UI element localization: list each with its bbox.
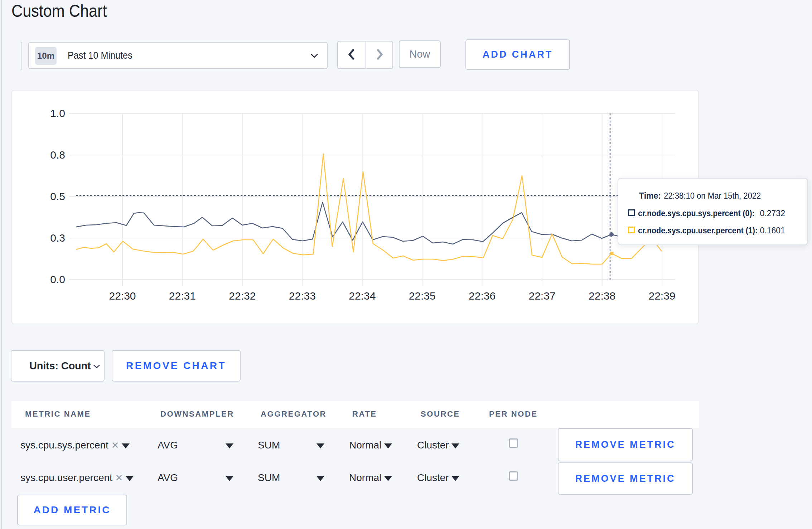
svg-text:22:38: 22:38 bbox=[589, 290, 615, 302]
svg-text:22:35: 22:35 bbox=[409, 290, 436, 302]
svg-text:0.3: 0.3 bbox=[50, 232, 65, 244]
svg-text:22:31: 22:31 bbox=[169, 290, 196, 302]
svg-text:22:33: 22:33 bbox=[289, 290, 316, 302]
svg-text:22:37: 22:37 bbox=[528, 290, 555, 302]
svg-text:0.8: 0.8 bbox=[50, 149, 65, 161]
svg-text:22:39: 22:39 bbox=[648, 290, 675, 302]
svg-text:22:32: 22:32 bbox=[229, 290, 256, 302]
svg-text:22:34: 22:34 bbox=[349, 290, 376, 302]
svg-text:22:36: 22:36 bbox=[469, 290, 496, 302]
svg-text:1.0: 1.0 bbox=[50, 107, 65, 119]
svg-text:22:30: 22:30 bbox=[109, 290, 136, 302]
svg-text:0.0: 0.0 bbox=[50, 273, 65, 285]
svg-text:0.5: 0.5 bbox=[50, 190, 65, 202]
